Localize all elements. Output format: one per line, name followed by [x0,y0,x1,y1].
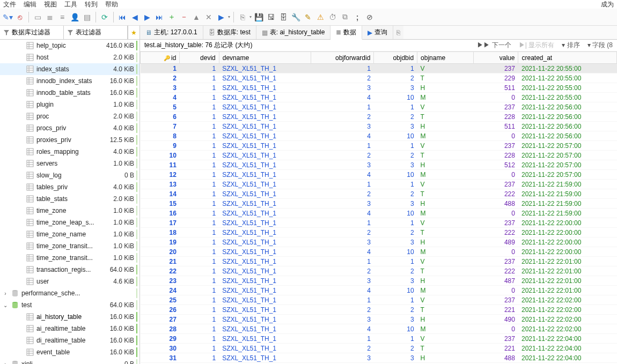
tree-item[interactable]: transaction_regis...64.0 KiB [0,264,139,276]
table-row[interactable]: 191SZXL_XL51_TH_133H4892021-11-22 22:00:… [141,237,617,247]
cell-created-at[interactable]: 2021-11-22 22:00:00 [518,218,617,228]
cell-objdbid[interactable]: 10 [374,170,417,180]
cell-devname[interactable]: SZXL_XL51_TH_1 [219,286,311,295]
time-icon[interactable]: ⏱ [327,12,338,23]
cell-objdbid[interactable]: 3 [374,237,417,247]
cell-devid[interactable]: 1 [180,102,219,112]
table-row[interactable]: 171SZXL_XL51_TH_111V2372021-11-22 22:00:… [141,218,617,228]
cell-created-at[interactable]: 2021-11-22 21:59:00 [518,189,617,199]
menu-goto[interactable]: 转到 [85,0,98,9]
table-row[interactable]: 41SZXL_XL51_TH_1410M02021-11-22 20:55:00 [141,93,617,102]
cell-devid[interactable]: 1 [180,189,219,199]
cell-devid[interactable]: 1 [180,160,219,170]
column-header-objdbid[interactable]: objdbid [374,52,417,64]
column-header-objname[interactable]: objname [417,52,474,64]
cell-value[interactable]: 237 [474,334,518,344]
cell-created-at[interactable]: 2021-11-22 22:02:00 [518,305,617,315]
cell-objname[interactable]: H [417,122,474,131]
table-row[interactable]: 81SZXL_XL51_TH_1410M02021-11-22 20:56:00 [141,131,617,141]
cell-objdbid[interactable]: 3 [374,160,417,170]
table-row[interactable]: 211SZXL_XL51_TH_111V2372021-11-22 22:01:… [141,257,617,266]
cell-devname[interactable]: SZXL_XL51_TH_1 [219,73,311,83]
cell-value[interactable]: 237 [474,141,518,151]
cell-objdbid[interactable]: 1 [374,295,417,305]
cell-devid[interactable]: 1 [180,324,219,334]
table-row[interactable]: 281SZXL_XL51_TH_1410M02021-11-22 22:02:0… [141,324,617,334]
tree-item[interactable]: ai_realtime_table16.0 KiB [0,323,139,335]
column-header-id[interactable]: 🔑id [141,52,180,64]
cell-objforwardid[interactable]: 2 [311,228,373,237]
cell-id[interactable]: 14 [141,189,180,199]
cell-objname[interactable]: M [417,286,474,295]
menu-edit[interactable]: 编辑 [24,0,36,9]
cell-value[interactable]: 487 [474,276,518,286]
cell-devname[interactable]: SZXL_XL51_TH_1 [219,151,311,160]
tree-item[interactable]: tables_priv4.0 KiB [0,181,139,193]
tree-item[interactable]: ai_history_table16.0 KiB [0,311,139,323]
tab-new[interactable]: ⎘ [393,26,403,39]
cell-value[interactable]: 511 [474,83,518,93]
tree-item[interactable]: ⌄test64.0 KiB [0,299,139,311]
cell-objdbid[interactable]: 2 [374,189,417,199]
cell-created-at[interactable]: 2021-11-22 22:02:00 [518,324,617,334]
cell-value[interactable]: 0 [474,247,518,257]
cell-objname[interactable]: M [417,170,474,180]
cell-devname[interactable]: SZXL_XL51_TH_1 [219,353,311,363]
last-icon[interactable]: ⏭ [154,12,165,23]
cell-id[interactable]: 17 [141,218,180,228]
cell-created-at[interactable]: 2021-11-22 20:56:00 [518,112,617,122]
cell-objforwardid[interactable]: 1 [311,102,373,112]
cell-devid[interactable]: 1 [180,286,219,295]
cell-id[interactable]: 20 [141,247,180,257]
cell-devname[interactable]: SZXL_XL51_TH_1 [219,228,311,237]
cell-devid[interactable]: 1 [180,266,219,276]
db-tree[interactable]: help_topic416.0 KiBhost2.0 KiBindex_stat… [0,40,139,364]
cell-objdbid[interactable]: 1 [374,141,417,151]
cell-id[interactable]: 21 [141,257,180,266]
cell-objforwardid[interactable]: 3 [311,237,373,247]
run-icon[interactable]: ▶ [216,12,226,23]
cell-value[interactable]: 0 [474,93,518,102]
cell-objname[interactable]: T [417,344,474,353]
cell-devid[interactable]: 1 [180,170,219,180]
cell-created-at[interactable]: 2021-11-22 21:59:00 [518,209,617,218]
tree-item[interactable]: procs_priv4.0 KiB [0,122,139,134]
cell-id[interactable]: 15 [141,199,180,209]
table-row[interactable]: 11SZXL_XL51_TH_111V2372021-11-22 20:55:0… [141,64,617,73]
cell-objname[interactable]: H [417,83,474,93]
cell-value[interactable]: 228 [474,112,518,122]
tree-item[interactable]: innodb_index_stats16.0 KiB [0,75,139,87]
cell-id[interactable]: 31 [141,353,180,363]
cell-value[interactable]: 511 [474,122,518,131]
cell-devid[interactable]: 1 [180,295,219,305]
menu-tools[interactable]: 工具 [64,0,77,9]
cell-objname[interactable]: V [417,141,474,151]
cell-devname[interactable]: SZXL_XL51_TH_1 [219,247,311,257]
cell-devname[interactable]: SZXL_XL51_TH_1 [219,324,311,334]
cell-objdbid[interactable]: 3 [374,83,417,93]
cell-created-at[interactable]: 2021-11-22 22:01:00 [518,276,617,286]
cell-objdbid[interactable]: 3 [374,315,417,324]
cell-id[interactable]: 2 [141,73,180,83]
cell-objname[interactable]: H [417,199,474,209]
cell-id[interactable]: 9 [141,141,180,151]
list-icon[interactable]: ≣ [45,12,55,23]
cell-objname[interactable]: V [417,257,474,266]
cell-id[interactable]: 19 [141,237,180,247]
cell-created-at[interactable]: 2021-11-22 22:04:00 [518,344,617,353]
save1-icon[interactable]: 💾 [253,12,264,23]
prev-icon[interactable]: ◀ [129,12,140,23]
cell-objdbid[interactable]: 1 [374,218,417,228]
cell-devname[interactable]: SZXL_XL51_TH_1 [219,64,311,73]
cell-value[interactable]: 237 [474,295,518,305]
add-icon[interactable]: ＋ [166,12,177,23]
cell-objforwardid[interactable]: 4 [311,324,373,334]
table-row[interactable]: 61SZXL_XL51_TH_122T2282021-11-22 20:56:0… [141,112,617,122]
cell-value[interactable]: 0 [474,286,518,295]
cell-objforwardid[interactable]: 1 [311,218,373,228]
tab-query[interactable]: ▶查询 [362,26,393,39]
cell-created-at[interactable]: 2021-11-22 22:00:00 [518,228,617,237]
cell-objforwardid[interactable]: 3 [311,122,373,131]
tab-db[interactable]: 🗄数据库: test [203,26,256,39]
cell-objdbid[interactable]: 3 [374,353,417,363]
